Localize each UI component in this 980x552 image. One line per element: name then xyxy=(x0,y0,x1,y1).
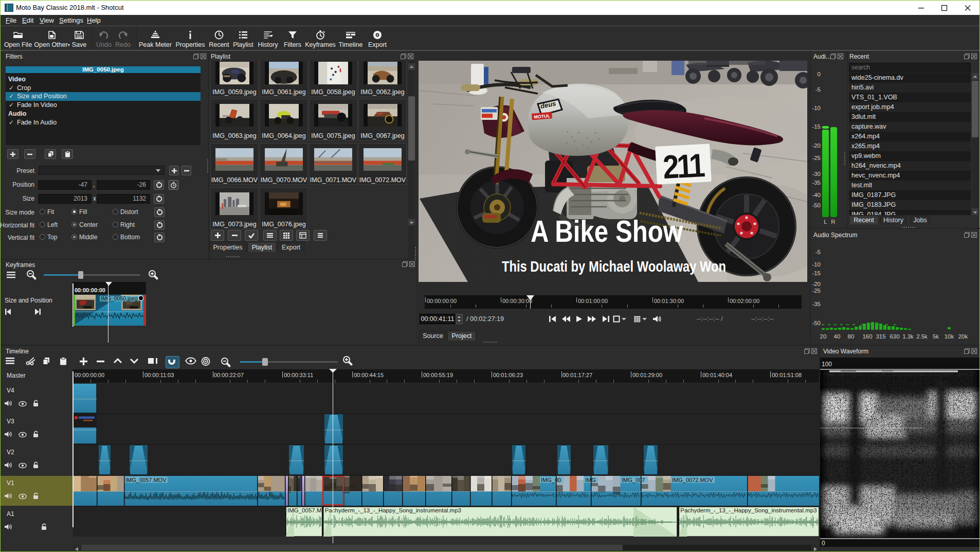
svg-text:A Bike Show: A Bike Show xyxy=(531,213,683,248)
svg-text:IMG_0057.MO: IMG_0057.MO xyxy=(287,507,326,513)
svg-text:IMG_00: IMG_00 xyxy=(541,476,561,483)
svg-text:211: 211 xyxy=(662,147,705,186)
svg-text:IMG_0050.jpeg: IMG_0050.jpeg xyxy=(101,295,138,301)
svg-text:Pachyderm_-_13_-_Happy_Song_in: Pachyderm_-_13_-_Happy_Song_instrumental… xyxy=(325,507,461,513)
svg-text:This Ducati by Michael Woolawa: This Ducati by Michael Woolaway Won xyxy=(502,258,726,275)
svg-text:IMG_0072.MOV: IMG_0072.MOV xyxy=(672,476,713,483)
svg-text:IMG_0057.MOV: IMG_0057.MOV xyxy=(125,476,167,483)
svg-text:Pachyderm_-_13_-_Happy_Song_in: Pachyderm_-_13_-_Happy_Song_instrumental… xyxy=(680,507,816,513)
svg-text:IMG: IMG xyxy=(585,476,596,483)
